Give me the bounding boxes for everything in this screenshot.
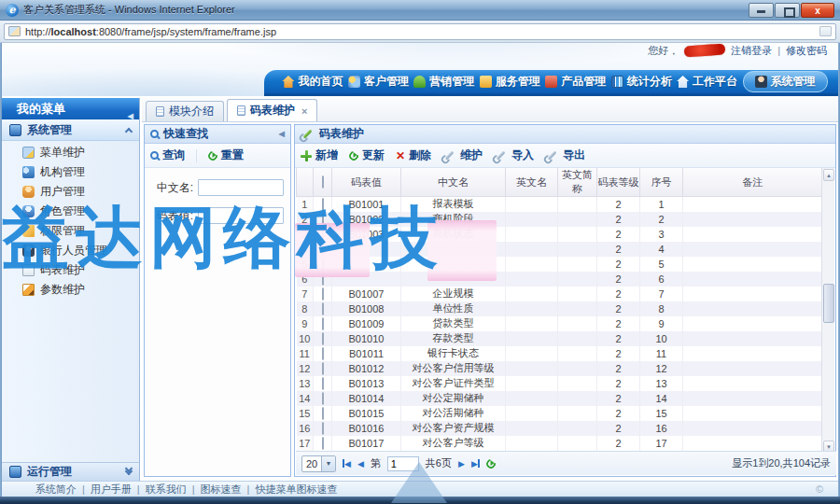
sidebar-item-role[interactable]: 角色管理 bbox=[2, 202, 139, 221]
footer-link[interactable]: 快捷菜单图标速查 bbox=[255, 483, 337, 497]
sidebar-item-param[interactable]: 参数维护 bbox=[2, 280, 139, 300]
nav-tab-service[interactable]: 服务管理 bbox=[480, 74, 540, 90]
footer-link[interactable]: 图标速查 bbox=[201, 483, 242, 497]
row-checkbox[interactable] bbox=[322, 302, 324, 315]
row-checkbox[interactable] bbox=[322, 287, 324, 301]
close-button[interactable]: x bbox=[801, 3, 834, 18]
toolbar-button-maintain-wrench[interactable]: 维护 bbox=[442, 147, 483, 163]
sidebar-item-permission[interactable]: 权限管理 bbox=[2, 221, 139, 241]
toolbar-button-add[interactable]: 新增 bbox=[301, 147, 338, 163]
nav-tab-customers[interactable]: 客户管理 bbox=[348, 74, 409, 90]
table-row[interactable]: 14B01014对公定期储种214 bbox=[297, 391, 823, 406]
vertical-scrollbar[interactable]: ▲ ▼ bbox=[821, 168, 834, 454]
reload-icon[interactable] bbox=[484, 457, 497, 470]
page-number-input[interactable] bbox=[387, 456, 419, 471]
table-row[interactable]: 7B01007企业规模27 bbox=[297, 287, 823, 301]
table-row[interactable]: 9B01009贷款类型29 bbox=[297, 316, 823, 331]
toolbar-button-export-wrench[interactable]: 导出 bbox=[545, 147, 585, 163]
table-row[interactable]: 15B01015对公活期储种215 bbox=[297, 406, 823, 421]
toolbar-button-delete[interactable]: ✕删除 bbox=[396, 147, 431, 163]
table-row[interactable]: 17B01017对公客户等级217 bbox=[297, 436, 823, 451]
table-row[interactable]: 11B01011银行卡状态211 bbox=[297, 346, 823, 361]
table-row[interactable]: 8B01008单位性质28 bbox=[297, 301, 823, 316]
row-checkbox[interactable] bbox=[322, 362, 324, 375]
table-row[interactable]: 626 bbox=[297, 272, 823, 287]
nav-tab-stats[interactable]: 统计分析 bbox=[611, 74, 672, 90]
content-area: 模块介绍 码表维护 × 快速查找 ◀ 查询 bbox=[142, 98, 838, 481]
panel-collapse-icon[interactable]: ◀ bbox=[279, 130, 285, 138]
cell-abbr bbox=[558, 301, 597, 316]
column-header[interactable]: 中文名 bbox=[401, 168, 506, 197]
row-checkbox-cell bbox=[314, 391, 332, 406]
table-row[interactable]: 525 bbox=[297, 257, 823, 272]
tab-module-intro[interactable]: 模块介绍 bbox=[146, 101, 224, 121]
last-page-button[interactable]: ▶ bbox=[471, 459, 480, 469]
nav-tab-home[interactable]: 我的首页 bbox=[282, 74, 343, 90]
toolbar-button-import-wrench[interactable]: 导入 bbox=[494, 147, 534, 163]
column-header[interactable]: 英文简称 bbox=[558, 168, 597, 197]
change-password-link[interactable]: 修改密码 bbox=[786, 44, 827, 58]
footer-link[interactable]: 用户手册 bbox=[91, 483, 132, 497]
table-row[interactable]: 1B01001报表模板21 bbox=[297, 197, 823, 212]
sidebar-item-runtime[interactable]: 运行管理 bbox=[2, 462, 139, 481]
nav-tab-system[interactable]: 系统管理 bbox=[743, 71, 828, 92]
sidebar-item-staff[interactable]: 银行人员管理 bbox=[2, 241, 139, 260]
column-header[interactable]: 码表等级 bbox=[597, 168, 640, 197]
row-checkbox[interactable] bbox=[322, 332, 324, 345]
cn-name-input[interactable] bbox=[198, 179, 284, 196]
row-checkbox[interactable] bbox=[322, 437, 324, 450]
minimize-button[interactable] bbox=[749, 3, 774, 18]
cell-level: 2 bbox=[597, 421, 640, 436]
cell-code: B01010 bbox=[332, 331, 401, 346]
nav-tab-platform[interactable]: 工作平台 bbox=[677, 74, 737, 90]
table-row[interactable]: 10B01010存款类型210 bbox=[297, 331, 823, 346]
row-checkbox[interactable] bbox=[322, 407, 324, 420]
row-checkbox[interactable] bbox=[322, 422, 324, 435]
nav-tab-product[interactable]: 产品管理 bbox=[545, 74, 606, 90]
sidebar-section-system[interactable]: 系统管理 bbox=[2, 119, 139, 141]
column-header[interactable]: 英文名 bbox=[506, 168, 558, 197]
code-value-input[interactable] bbox=[198, 207, 284, 224]
scrollbar-thumb[interactable] bbox=[823, 284, 834, 323]
sidebar-item-org[interactable]: 机构管理 bbox=[2, 162, 139, 182]
maximize-button[interactable] bbox=[775, 3, 800, 18]
column-header[interactable]: 码表值 bbox=[332, 168, 401, 197]
row-checkbox[interactable] bbox=[322, 392, 324, 405]
footer-link[interactable]: 联系我们 bbox=[146, 483, 187, 497]
sidebar-item-codetable[interactable]: 码表维护 bbox=[2, 260, 139, 280]
dropdown-arrow-icon: ▼ bbox=[321, 456, 335, 471]
footer-link[interactable]: 系统简介 bbox=[35, 483, 77, 497]
table-row[interactable]: 16B01016对公客户资产规模216 bbox=[297, 421, 823, 436]
prev-page-button[interactable]: ◀ bbox=[357, 459, 364, 469]
page-size-select[interactable]: 20 ▼ bbox=[301, 455, 336, 472]
sidebar-item-menu-maintain[interactable]: 菜单维护 bbox=[2, 143, 139, 162]
next-page-button[interactable]: ▶ bbox=[458, 459, 465, 469]
codetable-icon bbox=[22, 264, 35, 276]
address-bar[interactable]: http://localhost:8080/frame/jsp/system/f… bbox=[4, 23, 836, 40]
row-checkbox[interactable] bbox=[322, 347, 324, 360]
scroll-up-arrow[interactable]: ▲ bbox=[823, 169, 834, 181]
sidebar-collapse-icon[interactable]: ◀ bbox=[128, 105, 133, 127]
query-button[interactable]: 查询 bbox=[150, 147, 185, 163]
toolbar-button-update-refresh[interactable]: 更新 bbox=[349, 147, 385, 163]
tab-codetable[interactable]: 码表维护 × bbox=[227, 99, 317, 121]
nav-tab-marketing[interactable]: 营销管理 bbox=[413, 74, 474, 90]
table-row[interactable]: 2B01002商机阶段22 bbox=[297, 212, 823, 227]
table-row[interactable]: 424 bbox=[297, 242, 823, 257]
row-checkbox[interactable] bbox=[322, 198, 324, 211]
first-page-button[interactable]: ◀ bbox=[343, 459, 351, 469]
logout-link[interactable]: 注销登录 bbox=[731, 44, 772, 58]
table-row[interactable]: 12B01012对公客户信用等级212 bbox=[297, 361, 823, 376]
compatibility-view-icon[interactable] bbox=[819, 26, 832, 36]
sidebar-title: 我的菜单 ◀ bbox=[2, 98, 139, 119]
table-row[interactable]: 3B01003商机状态23 bbox=[297, 227, 823, 242]
row-checkbox[interactable] bbox=[322, 377, 324, 390]
column-header[interactable]: 序号 bbox=[640, 168, 683, 197]
sidebar-item-user[interactable]: 用户管理 bbox=[2, 182, 139, 202]
reset-button[interactable]: 重置 bbox=[208, 147, 244, 163]
select-all-checkbox[interactable] bbox=[322, 175, 324, 189]
row-checkbox[interactable] bbox=[322, 317, 324, 330]
column-header[interactable]: 备注 bbox=[683, 168, 823, 197]
table-row[interactable]: 13B01013对公客户证件类型213 bbox=[297, 376, 823, 391]
tab-close-icon[interactable]: × bbox=[301, 105, 307, 117]
